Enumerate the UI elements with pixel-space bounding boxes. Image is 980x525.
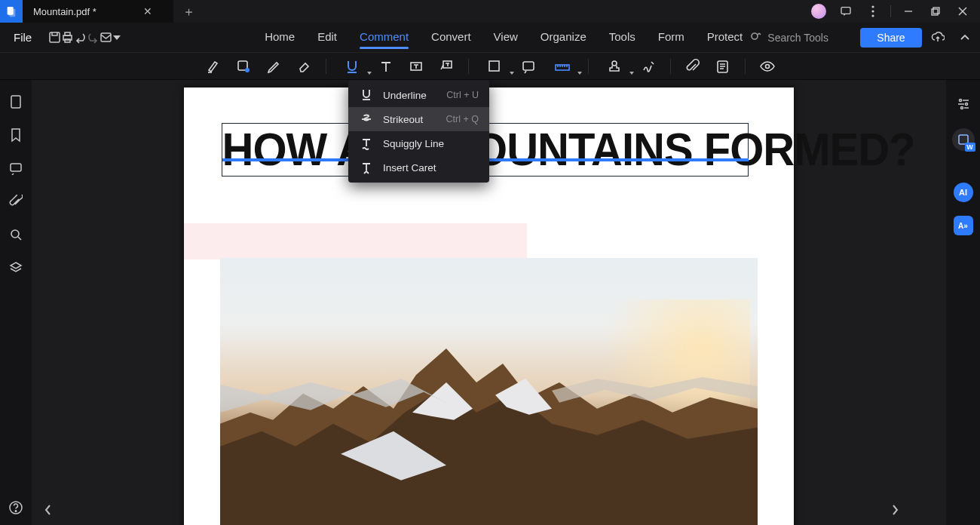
tab-view[interactable]: View <box>486 27 525 48</box>
dropdown-label: Strikeout <box>383 114 423 125</box>
document-tab[interactable]: Mountain.pdf * ✕ <box>23 0 173 23</box>
chat-icon[interactable] <box>833 0 859 23</box>
svg-rect-2 <box>841 8 850 14</box>
more-quick-icon[interactable] <box>112 26 121 49</box>
svg-point-3 <box>871 5 874 8</box>
underline-icon <box>359 88 374 102</box>
file-menu[interactable]: File <box>6 31 39 44</box>
comments-panel-icon[interactable] <box>8 160 24 177</box>
tab-comment[interactable]: Comment <box>352 27 416 48</box>
share-button[interactable]: Share <box>860 28 921 48</box>
tab-organize[interactable]: Organize <box>533 27 594 48</box>
tab-title: Mountain.pdf * <box>33 6 96 17</box>
mountain-image <box>220 258 758 525</box>
window-close-button[interactable] <box>950 0 975 23</box>
signature-icon[interactable] <box>635 55 661 78</box>
menu-tabs: Home Edit Comment Convert View Organize … <box>257 27 750 48</box>
attachments-panel-icon[interactable] <box>8 193 24 210</box>
left-sidebar <box>0 80 32 525</box>
svg-rect-1 <box>9 9 15 17</box>
text-tool-icon[interactable] <box>373 55 399 78</box>
comment-list-icon[interactable] <box>710 55 736 78</box>
search-tools-placeholder: Search Tools <box>767 32 828 44</box>
svg-point-39 <box>960 107 963 109</box>
help-icon[interactable] <box>8 499 24 516</box>
squiggly-icon <box>359 137 374 150</box>
caret-icon <box>359 161 374 174</box>
dropdown-item-caret[interactable]: Insert Caret <box>348 155 489 180</box>
search-tools[interactable]: Search Tools <box>750 32 856 44</box>
layers-icon[interactable] <box>8 259 24 276</box>
dropdown-item-underline[interactable]: Underline Ctrl + U <box>348 83 489 107</box>
callout-icon[interactable] <box>433 55 459 78</box>
svg-rect-23 <box>523 62 534 70</box>
highlight-icon[interactable] <box>201 55 226 78</box>
svg-rect-14 <box>65 39 70 42</box>
shape-icon[interactable] <box>478 55 511 78</box>
tab-form[interactable]: Form <box>651 27 692 48</box>
svg-point-16 <box>752 33 758 39</box>
redo-icon[interactable] <box>87 26 100 49</box>
svg-point-25 <box>612 61 617 66</box>
maximize-button[interactable] <box>923 0 948 23</box>
pencil-icon[interactable] <box>261 55 286 78</box>
measure-icon[interactable] <box>546 55 579 78</box>
ai-assistant-icon[interactable]: AI <box>954 183 973 202</box>
bookmarks-icon[interactable] <box>8 127 24 143</box>
mail-icon[interactable] <box>100 26 112 49</box>
search-panel-icon[interactable] <box>8 226 24 243</box>
underline-tool-icon[interactable] <box>335 55 369 78</box>
attachment-icon[interactable] <box>680 55 706 78</box>
svg-point-35 <box>959 100 961 102</box>
svg-rect-11 <box>50 32 60 42</box>
area-highlight-icon[interactable] <box>231 55 256 78</box>
svg-point-27 <box>765 64 769 68</box>
collapse-ribbon-icon[interactable] <box>954 26 976 49</box>
workspace: HOW ARE MOUNTAINS FORMED? <box>0 80 980 525</box>
eraser-icon[interactable] <box>291 55 317 78</box>
svg-point-37 <box>965 103 967 106</box>
svg-point-30 <box>11 230 19 238</box>
dropdown-label: Underline <box>383 90 427 101</box>
document-canvas[interactable]: HOW ARE MOUNTAINS FORMED? <box>32 80 946 525</box>
kebab-icon[interactable] <box>860 0 886 23</box>
stamp-icon[interactable] <box>598 55 631 78</box>
textbox-icon[interactable] <box>403 55 429 78</box>
tab-tools[interactable]: Tools <box>602 27 643 48</box>
tab-convert[interactable]: Convert <box>424 27 479 48</box>
tab-home[interactable]: Home <box>257 27 302 48</box>
hide-comments-icon[interactable] <box>755 55 780 78</box>
print-icon[interactable] <box>61 26 74 49</box>
tab-protect[interactable]: Protect <box>700 27 751 48</box>
quickbar: File Home Edit Comment Convert View Orga… <box>0 23 980 53</box>
svg-rect-15 <box>101 33 111 41</box>
cloud-upload-icon[interactable] <box>926 26 949 49</box>
properties-icon[interactable] <box>953 94 974 115</box>
dropdown-item-strikeout[interactable]: Strikeout Ctrl + Q <box>348 107 489 131</box>
svg-rect-29 <box>11 164 21 171</box>
underline-dropdown: Underline Ctrl + U Strikeout Ctrl + Q Sq… <box>348 80 489 183</box>
tab-edit[interactable]: Edit <box>310 27 345 48</box>
dropdown-item-squiggly[interactable]: Squiggly Line <box>348 131 489 155</box>
prev-page-button[interactable] <box>39 501 57 519</box>
thumbnails-icon[interactable] <box>8 94 24 110</box>
svg-rect-13 <box>65 32 70 35</box>
add-tab-button[interactable]: ＋ <box>173 0 204 23</box>
highlight-block <box>184 223 527 259</box>
svg-rect-22 <box>489 61 499 71</box>
minimize-button[interactable] <box>896 0 921 23</box>
comment-ribbon <box>0 53 980 80</box>
undo-icon[interactable] <box>74 26 87 49</box>
user-avatar[interactable] <box>806 0 831 23</box>
next-page-button[interactable] <box>886 501 904 519</box>
strikeout-icon <box>359 112 374 126</box>
close-tab-icon[interactable]: ✕ <box>139 5 157 17</box>
export-word-icon[interactable]: W <box>952 128 975 151</box>
svg-point-4 <box>871 10 874 12</box>
svg-rect-7 <box>932 9 938 15</box>
translate-icon[interactable]: A» <box>954 216 973 235</box>
save-icon[interactable] <box>48 26 61 49</box>
note-icon[interactable] <box>516 55 541 78</box>
svg-point-32 <box>15 511 17 512</box>
titlebar: Mountain.pdf * ✕ ＋ <box>0 0 980 23</box>
